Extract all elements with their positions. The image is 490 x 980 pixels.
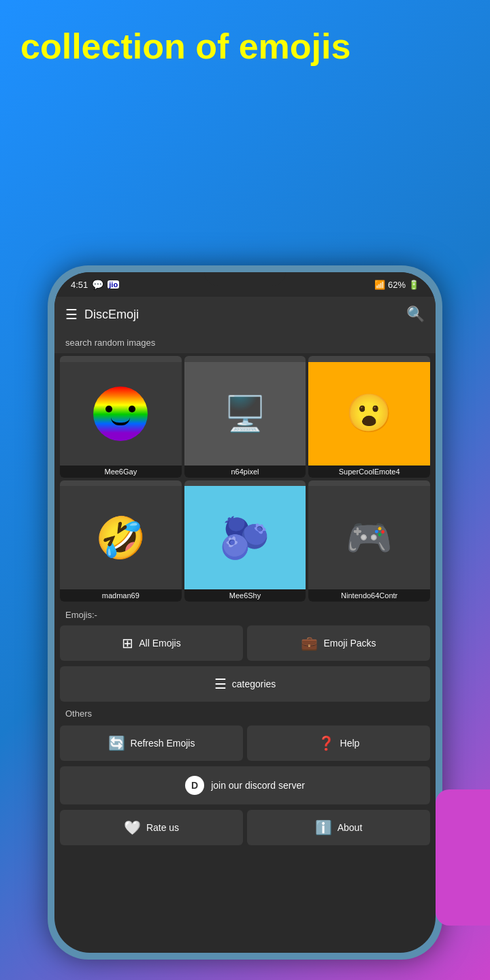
emojis-btn-grid: ⊞ All Emojis 💼 Emoji Packs bbox=[54, 623, 436, 664]
status-time: 4:51 bbox=[71, 280, 88, 290]
search-icon[interactable]: 🔍 bbox=[406, 306, 425, 323]
discord-icon: D bbox=[185, 776, 204, 795]
all-emojis-button[interactable]: ⊞ All Emojis bbox=[60, 625, 243, 661]
rate-about-grid: 🤍 Rate us ℹ️ About bbox=[54, 807, 436, 848]
app-title: DiscEmoji bbox=[84, 308, 139, 322]
help-label: Help bbox=[340, 738, 360, 749]
emoji-card-n64pixel[interactable]: 🖥️ n64pixel bbox=[184, 356, 306, 478]
others-btn-grid: 🔄 Refresh Emojis ❓ Help bbox=[54, 723, 436, 764]
refresh-label: Refresh Emojis bbox=[131, 738, 195, 749]
emoji-packs-button[interactable]: 💼 Emoji Packs bbox=[247, 625, 430, 661]
info-icon: ℹ️ bbox=[315, 819, 332, 836]
phone-shell: 4:51 💬 jio 📶 62% 🔋 ☰ DiscEmoji 🔍 search … bbox=[48, 265, 442, 960]
refresh-emojis-button[interactable]: 🔄 Refresh Emojis bbox=[60, 725, 243, 761]
rate-us-button[interactable]: 🤍 Rate us bbox=[60, 810, 243, 845]
emoji-card-supercool[interactable]: 😮 SuperCoolEmote4 bbox=[308, 356, 430, 478]
discord-button[interactable]: D join our discord server bbox=[60, 766, 430, 804]
emoji-card-nintendo[interactable]: 🎮 Nintendo64Contr bbox=[308, 480, 430, 602]
list-icon: ☰ bbox=[214, 676, 227, 692]
others-section-label: Others bbox=[54, 704, 436, 723]
about-label: About bbox=[338, 822, 363, 833]
emoji-card-madman[interactable]: 🤣 madman69 bbox=[60, 480, 182, 602]
rate-us-label: Rate us bbox=[146, 822, 179, 833]
emoji-label-mee6shy: Mee6Shy bbox=[184, 589, 306, 602]
all-emojis-label: All Emojis bbox=[139, 638, 180, 649]
emoji-label-nintendo: Nintendo64Contr bbox=[308, 589, 430, 602]
categories-button[interactable]: ☰ categories bbox=[60, 666, 430, 702]
battery-text: 62% bbox=[388, 280, 406, 290]
jio-icon: jio bbox=[108, 280, 119, 289]
discord-label: join our discord server bbox=[211, 780, 305, 791]
emoji-card-mee6gay[interactable]: Mee6Gay bbox=[60, 356, 182, 478]
about-button[interactable]: ℹ️ About bbox=[247, 810, 430, 845]
emoji-label-mee6gay: Mee6Gay bbox=[60, 466, 182, 478]
heart-icon: 🤍 bbox=[124, 819, 141, 836]
deco-pink bbox=[436, 789, 490, 926]
help-icon: ❓ bbox=[318, 735, 335, 751]
categories-btn-wrapper: ☰ categories bbox=[54, 664, 436, 704]
briefcase-icon: 💼 bbox=[301, 635, 318, 651]
emoji-packs-label: Emoji Packs bbox=[323, 638, 376, 649]
discord-btn-wrapper: D join our discord server bbox=[54, 764, 436, 807]
page-title: collection of emojis bbox=[20, 27, 350, 66]
search-hint: search random images bbox=[54, 332, 436, 353]
refresh-icon: 🔄 bbox=[108, 735, 125, 751]
message-icon: 💬 bbox=[92, 279, 103, 290]
signal-icon: 📶 bbox=[374, 280, 385, 290]
emoji-label-madman: madman69 bbox=[60, 589, 182, 602]
categories-label: categories bbox=[232, 679, 276, 689]
battery-icon: 🔋 bbox=[408, 280, 419, 290]
emoji-label-n64pixel: n64pixel bbox=[184, 466, 306, 478]
emojis-section-label: Emojis:- bbox=[54, 604, 436, 623]
emoji-label-supercool: SuperCoolEmote4 bbox=[308, 466, 430, 478]
grid-icon: ⊞ bbox=[122, 635, 133, 651]
notch bbox=[204, 272, 286, 286]
emoji-grid: Mee6Gay 🖥️ n64pixel 😮 SuperCoolEmote4 🤣 bbox=[54, 353, 436, 604]
help-button[interactable]: ❓ Help bbox=[247, 725, 430, 761]
emoji-card-mee6shy[interactable]: 🫐 Mee6Shy bbox=[184, 480, 306, 602]
hamburger-icon[interactable]: ☰ bbox=[65, 306, 78, 323]
app-bar: ☰ DiscEmoji 🔍 bbox=[54, 297, 436, 332]
